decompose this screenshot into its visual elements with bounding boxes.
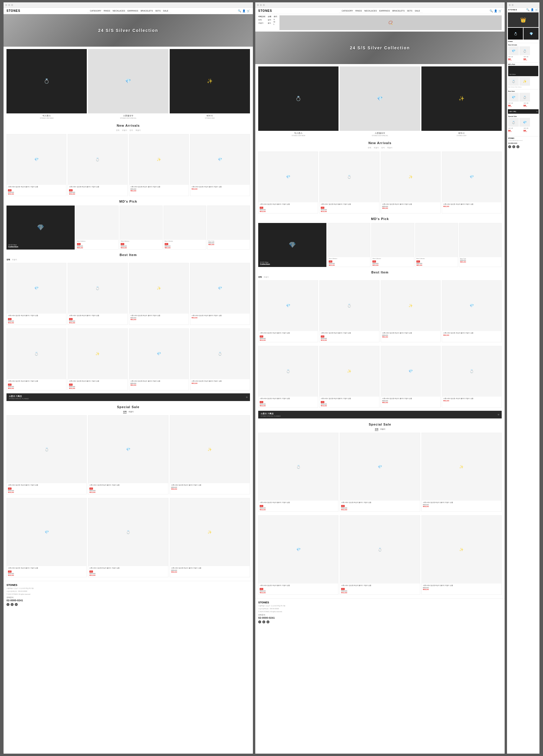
m-best-img-8: 💍	[442, 346, 501, 397]
m-best-img-2: 💍	[319, 281, 379, 331]
m-best-img-7: 💎	[381, 346, 440, 397]
m-sale-card-1[interactable]: 💍 스톤스에서 엄선한 최상의 퀄리티 귀걸이 상품 40% ₩30,000 ₩…	[258, 433, 338, 512]
m-best-img-5: 💍	[259, 346, 318, 397]
m-best-img-1: 💎	[259, 281, 318, 331]
m-best-img-6: ✨	[319, 346, 379, 397]
m-sale-card-4[interactable]: 💎 스톤스에서 엄선한 최상의 퀄리티 귀걸이 상품 40% ₩30,000 ₩…	[258, 515, 338, 595]
m-sale-img-3: ✨	[422, 433, 501, 501]
m-sale-card-5[interactable]: 💍 스톤스에서 엄선한 최상의 퀄리티 귀걸이 상품 40% ₩30,000 ₩…	[340, 515, 420, 595]
m-md-pick-grid: 💎 24 S/S Silver Collection 💍 Silver Coll…	[258, 223, 502, 267]
m-md-pick-section: 💎 24 S/S Silver Collection 💍 Silver Coll…	[255, 222, 505, 268]
m-sale-card-2[interactable]: 💎 스톤스에서 엄선한 최상의 퀄리티 귀걸이 상품 40% ₩30,000 ₩…	[340, 433, 420, 512]
m-sale-img-4: 💎	[259, 516, 338, 584]
m-md-item-img-4: 💍	[459, 223, 501, 257]
m-sale-img-5: 💍	[340, 516, 420, 584]
m-sale-img-2: 💎	[340, 433, 420, 501]
m-best-img-3: ✨	[381, 281, 440, 331]
m-sale-card-3[interactable]: ✨ 스톤스에서 엄선한 최상의 퀄리티 귀걸이 상품 ₩30,000 ₩18,0…	[421, 433, 502, 512]
m-md-item-4[interactable]: 💍 Silver Color ₩35,000 ₩25,000	[459, 223, 502, 267]
m-sale-img-6: ✨	[422, 516, 501, 584]
m-md-pick-items: 💍 Silver Collection 30% ₩35,000 ₩25,000 …	[327, 223, 502, 267]
m-best-img-4: 💎	[442, 281, 501, 331]
m-sale-card-6[interactable]: ✨ 스톤스에서 엄선한 최상의 퀄리티 귀걸이 상품 ₩30,000 ₩18,0…	[421, 515, 502, 595]
panel-middle: STONES CATEGORY RINGS NECKLACES EARRINGS…	[255, 2, 505, 754]
m-sale-img-1: 💍	[259, 433, 338, 501]
